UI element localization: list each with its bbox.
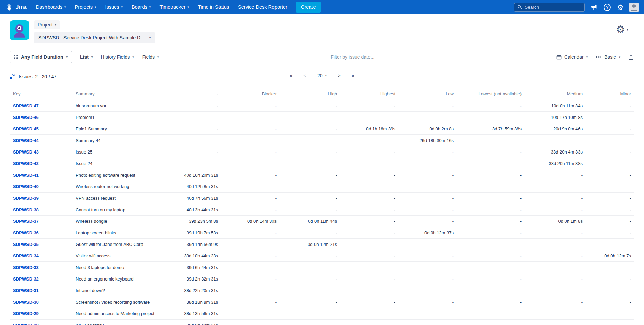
project-settings-button[interactable]: ⚙ ▾ bbox=[616, 20, 634, 35]
issue-key-link[interactable]: SDPWSD-45 bbox=[13, 126, 39, 131]
issue-key-link[interactable]: SDPWSD-32 bbox=[13, 276, 39, 282]
issue-key-link[interactable]: SDPWSD-33 bbox=[13, 265, 39, 270]
table-row: SDPWSD-44Summary 44----26d 18h 30m 16s--… bbox=[10, 135, 634, 146]
nav-item-time-in-status[interactable]: Time in Status bbox=[193, 0, 233, 14]
issue-key-link[interactable]: SDPWSD-41 bbox=[13, 173, 39, 178]
jira-logo[interactable]: Jira bbox=[5, 3, 32, 11]
duration-cell: 40d 3h 44m 31s bbox=[171, 204, 222, 216]
issue-key-link[interactable]: SDPWSD-40 bbox=[13, 184, 39, 189]
issue-key-link[interactable]: SDPWSD-44 bbox=[13, 138, 39, 143]
chevron-down-icon: ▾ bbox=[91, 56, 93, 59]
duration-cell: - bbox=[457, 181, 525, 193]
issue-key-link[interactable]: SDPWSD-47 bbox=[13, 103, 39, 108]
duration-cell: - bbox=[222, 227, 280, 239]
help-icon[interactable]: ? bbox=[604, 4, 611, 11]
issue-date-filter-input[interactable] bbox=[330, 54, 385, 60]
table-row: SDPWSD-33Need 3 laptops for demo39d 6h 4… bbox=[10, 262, 634, 273]
nav-item-timetracker[interactable]: Timetracker▾ bbox=[155, 0, 193, 14]
calendar-label: Calendar bbox=[564, 54, 584, 60]
nav-item-service-desk-reporter[interactable]: Service Desk Reporter bbox=[233, 0, 292, 14]
navbar-right: ? ⚙ bbox=[514, 3, 639, 12]
duration-cell: - bbox=[525, 204, 586, 216]
issue-summary-cell: Problem1 bbox=[72, 112, 171, 123]
calendar-icon bbox=[556, 55, 562, 60]
duration-cell: 39d 6h 44m 31s bbox=[171, 262, 222, 273]
nav-item-boards[interactable]: Boards▾ bbox=[127, 0, 155, 14]
any-field-duration-dropdown[interactable]: Any Field Duration ▾ bbox=[10, 51, 72, 63]
issue-key-link[interactable]: SDPWSD-29 bbox=[13, 311, 39, 316]
issue-key-link[interactable]: SDPWSD-43 bbox=[13, 149, 39, 155]
duration-cell: - bbox=[457, 273, 525, 285]
basic-view-dropdown[interactable]: Basic ▾ bbox=[596, 54, 620, 60]
refresh-icon[interactable] bbox=[10, 74, 15, 79]
navbar-menu: Dashboards▾Projects▾Issues▾Boards▾Timetr… bbox=[32, 0, 292, 14]
issue-key-link[interactable]: SDPWSD-35 bbox=[13, 242, 39, 247]
project-select-dropdown[interactable]: SDPWSD - Service Desk Project With Sampl… bbox=[34, 32, 155, 43]
duration-cell: - bbox=[457, 285, 525, 296]
issue-key-link[interactable]: SDPWSD-34 bbox=[13, 253, 39, 258]
duration-cell: 33d 20h 4m 33s bbox=[525, 146, 586, 158]
export-button[interactable] bbox=[628, 54, 634, 60]
issue-key-link[interactable]: SDPWSD-36 bbox=[13, 230, 39, 235]
prev-page-button[interactable]: < bbox=[303, 73, 306, 78]
table-row: SDPWSD-29Need admin access to Marketing … bbox=[10, 308, 634, 320]
duration-cell: - bbox=[280, 308, 340, 320]
search-input[interactable] bbox=[525, 5, 581, 10]
issue-key-link[interactable]: SDPWSD-30 bbox=[13, 300, 39, 305]
nav-item-label: Issues bbox=[105, 4, 119, 10]
settings-icon[interactable]: ⚙ bbox=[617, 4, 623, 11]
issue-key-link[interactable]: SDPWSD-37 bbox=[13, 219, 39, 224]
issue-summary-cell: VPN access request bbox=[72, 193, 171, 204]
table-header-row: KeySummary-BlockerHighHighestLowLowest (… bbox=[10, 88, 634, 100]
duration-cell: - bbox=[222, 100, 280, 112]
chevron-down-icon: ▾ bbox=[64, 6, 66, 9]
nav-item-dashboards[interactable]: Dashboards▾ bbox=[32, 0, 71, 14]
duration-cell: 3d 7h 59m 38s bbox=[457, 123, 525, 135]
duration-cell: - bbox=[280, 123, 340, 135]
nav-item-issues[interactable]: Issues▾ bbox=[100, 0, 127, 14]
first-page-button[interactable]: « bbox=[290, 73, 292, 78]
project-type-dropdown[interactable]: Project ▾ bbox=[34, 20, 60, 29]
issue-key-link[interactable]: SDPWSD-42 bbox=[13, 161, 39, 166]
issue-key-link[interactable]: SDPWSD-31 bbox=[13, 288, 39, 293]
issue-key-link[interactable]: SDPWSD-39 bbox=[13, 196, 39, 201]
column-header-low: Low bbox=[399, 88, 457, 100]
create-button[interactable]: Create bbox=[296, 2, 321, 13]
navbar-search[interactable] bbox=[514, 3, 585, 12]
table-row: SDPWSD-34Visitor wifi access39d 10h 44m … bbox=[10, 250, 634, 262]
duration-cell: - bbox=[399, 146, 457, 158]
announcement-icon[interactable] bbox=[591, 4, 598, 11]
table-row: SDPWSD-39VPN access request40d 7h 56m 31… bbox=[10, 193, 634, 204]
issue-key-link[interactable]: SDPWSD-28 bbox=[13, 323, 39, 325]
table-row: SDPWSD-42Issue 24------33d 20h 11m 38s- bbox=[10, 158, 634, 169]
duration-cell: 39d 14h 56m 9s bbox=[171, 239, 222, 250]
issue-key-link[interactable]: SDPWSD-38 bbox=[13, 207, 39, 212]
duration-cell: - bbox=[222, 123, 280, 135]
issue-key-cell: SDPWSD-39 bbox=[10, 193, 72, 204]
duration-cell: - bbox=[222, 250, 280, 262]
table-row: SDPWSD-41Photo editing software request4… bbox=[10, 169, 634, 181]
issue-key-link[interactable]: SDPWSD-46 bbox=[13, 115, 39, 120]
duration-cell: - bbox=[280, 273, 340, 285]
next-page-button[interactable]: > bbox=[338, 73, 341, 78]
view-list-dropdown[interactable]: List ▾ bbox=[80, 54, 93, 60]
issues-bar: Issues: 2 - 20 / 47 « < 20 ▾ > » bbox=[0, 69, 644, 87]
fields-dropdown[interactable]: Fields ▾ bbox=[142, 54, 159, 60]
issue-summary-cell: Need 3 laptops for demo bbox=[72, 262, 171, 273]
issue-key-cell: SDPWSD-33 bbox=[10, 262, 72, 273]
duration-cell: - bbox=[222, 285, 280, 296]
calendar-dropdown[interactable]: Calendar ▾ bbox=[556, 54, 588, 60]
duration-cell: 26d 18h 30m 16s bbox=[399, 135, 457, 146]
duration-cell: - bbox=[171, 112, 222, 123]
duration-cell: 20d 9h 0m 46s bbox=[525, 123, 586, 135]
duration-cell: - bbox=[399, 169, 457, 181]
last-page-button[interactable]: » bbox=[352, 73, 354, 78]
nav-item-projects[interactable]: Projects▾ bbox=[71, 0, 101, 14]
page-size-dropdown[interactable]: 20 ▾ bbox=[317, 73, 327, 78]
history-fields-label: History Fields bbox=[101, 54, 130, 60]
chevron-down-icon: ▾ bbox=[149, 6, 151, 9]
history-fields-dropdown[interactable]: History Fields ▾ bbox=[101, 54, 134, 60]
chevron-down-icon: ▾ bbox=[132, 56, 134, 59]
issues-table-body: SDPWSD-47bir sorunum var------10d 0h 11m… bbox=[10, 100, 634, 325]
user-avatar[interactable] bbox=[629, 3, 639, 12]
